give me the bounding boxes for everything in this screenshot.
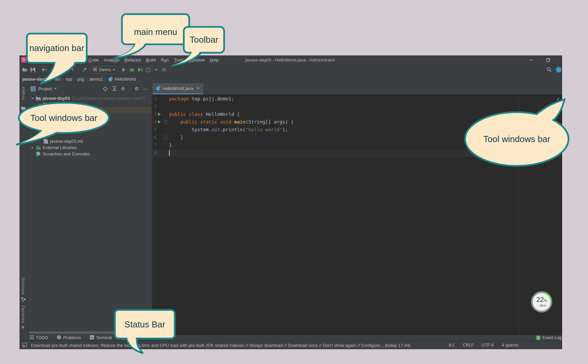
minimize-button[interactable]: [526, 55, 537, 64]
chevron-closed-icon[interactable]: ▸: [30, 146, 35, 149]
dropdown-caret-icon[interactable]: [69, 66, 77, 74]
code-text: package top.psjj.demo1;: [169, 95, 234, 103]
code-editor[interactable]: 1package top.psjj.demo1;23public class H…: [152, 94, 562, 335]
search-everywhere-icon[interactable]: [545, 66, 553, 74]
code-line[interactable]: 8: [152, 149, 562, 157]
progress-circle-widget[interactable]: 22% ↑ 0K/s: [530, 290, 553, 313]
breadcrumb-item[interactable]: src: [55, 77, 60, 82]
menu-item-analyze[interactable]: Analyze: [104, 57, 119, 62]
stripe-label-favorites[interactable]: Favorites: [21, 306, 25, 323]
class-icon: C: [108, 77, 113, 82]
save-all-icon[interactable]: [29, 66, 37, 74]
dropdown-caret-icon[interactable]: [152, 66, 160, 74]
breadcrumb-item[interactable]: javase-day03: [22, 77, 49, 82]
status-indent-style[interactable]: 4 spaces: [502, 343, 518, 348]
stripe-label-structure[interactable]: Structure: [21, 277, 25, 294]
tree-row[interactable]: javase-day03.iml: [28, 138, 152, 144]
code-line[interactable]: 2: [152, 103, 562, 110]
open-folder-icon[interactable]: [21, 66, 29, 74]
locate-icon[interactable]: [103, 86, 108, 91]
chevron-down-icon[interactable]: [54, 88, 57, 89]
breadcrumb-separator: ›: [104, 77, 107, 82]
code-line[interactable]: 6 }: [152, 134, 562, 141]
status-line-separator[interactable]: CRLF: [463, 343, 474, 348]
back-arrow-icon[interactable]: [41, 66, 49, 74]
run-gutter-icon[interactable]: [158, 120, 161, 124]
run-config-combo[interactable]: Demo: [90, 66, 118, 74]
run-play-icon[interactable]: [120, 66, 128, 74]
menu-item-build[interactable]: Build: [146, 57, 156, 62]
run-coverage-icon[interactable]: [136, 66, 144, 74]
code-line[interactable]: 5 System.out.println("hello world");: [152, 126, 562, 134]
project-tree: ▾javase-day03D:\java\idea-workspace\java…: [28, 94, 152, 330]
code-line[interactable]: 7}: [152, 141, 562, 149]
run-gutter-icon[interactable]: [158, 112, 161, 116]
code-line[interactable]: 4 public static void main(String[] args)…: [152, 118, 562, 126]
build-hammer-icon[interactable]: [80, 66, 88, 74]
toolwindow-button-profiler[interactable]: Profiler: [121, 335, 141, 341]
breadcrumb-item[interactable]: psjj: [77, 77, 84, 82]
toolwindow-button-todo[interactable]: TODO: [30, 335, 48, 340]
toolwindow-button-label: TODO: [36, 335, 48, 340]
tree-row[interactable]: [28, 107, 152, 113]
scrollbar-thumb[interactable]: [29, 331, 134, 334]
progress-percent: 22%: [530, 296, 553, 304]
toolbar: Demo: [19, 65, 562, 75]
toolwindow-button-label: Terminal: [96, 335, 112, 340]
chevron-closed-icon[interactable]: ▸: [37, 102, 43, 106]
menu-item-tools[interactable]: Tools: [174, 57, 184, 62]
profiler-icon[interactable]: [144, 66, 152, 74]
expand-all-icon[interactable]: [112, 86, 117, 91]
toolwindow-button-problems[interactable]: Problems: [57, 335, 81, 340]
menu-item-code[interactable]: Code: [88, 57, 99, 62]
fold-marker-icon[interactable]: [164, 136, 167, 140]
menu-item-refactor[interactable]: Refactor: [124, 57, 141, 62]
horizontal-scrollbar[interactable]: [28, 331, 152, 334]
gear-icon[interactable]: ⚙: [134, 86, 139, 91]
tree-row[interactable]: ▸External Libraries: [28, 144, 152, 151]
tree-row[interactable]: Scratches and Consoles: [28, 151, 152, 157]
todo-list-icon: [30, 335, 34, 340]
breadcrumb-item[interactable]: HelloWorld: [115, 77, 136, 82]
menu-item-window[interactable]: Window: [189, 57, 205, 62]
event-log-badge: 3: [536, 335, 541, 340]
main-content: Project Structure Favorites ★ Project: [19, 83, 562, 335]
status-caret-position[interactable]: 8:1: [449, 343, 455, 348]
callout-main-menu: main menu: [114, 14, 189, 58]
stripe-label-project[interactable]: Project: [21, 87, 25, 100]
hide-panel-icon[interactable]: —: [143, 86, 148, 91]
toolwindow-button-terminal[interactable]: Terminal: [90, 335, 112, 340]
update-available-icon[interactable]: ↑: [556, 67, 561, 73]
menu-item-help[interactable]: Help: [210, 57, 219, 62]
tree-row[interactable]: ▸.idea: [28, 101, 152, 107]
tab-helloworld[interactable]: C HelloWorld.java ✕: [153, 83, 203, 94]
stop-icon[interactable]: [160, 66, 168, 74]
tool-window-switcher-icon[interactable]: [22, 343, 27, 348]
debug-bug-icon[interactable]: [128, 66, 136, 74]
code-line[interactable]: 3public class HelloWorld {: [152, 110, 562, 118]
status-file-encoding[interactable]: UTF-8: [482, 343, 494, 348]
inspection-ok-icon[interactable]: ✓: [556, 96, 560, 101]
breadcrumb-item[interactable]: demo1: [89, 77, 103, 82]
breadcrumb-item[interactable]: top: [66, 77, 72, 82]
tree-item-path: D:\java\idea-workspace\javase-day03: [72, 96, 145, 101]
panel-divider[interactable]: [152, 83, 152, 335]
main-menu: CodeAnalyzeRefactorBuildRunToolsWindowHe…: [88, 55, 219, 64]
tool-windows-bar-left: Project Structure Favorites ★: [19, 83, 28, 335]
menu-item-run[interactable]: Run: [161, 57, 169, 62]
users-icon[interactable]: [60, 66, 69, 74]
fold-marker-icon[interactable]: [164, 120, 167, 124]
close-icon[interactable]: ✕: [197, 86, 200, 91]
toolbar-separator: [78, 67, 79, 73]
project-panel-title[interactable]: Project: [38, 86, 52, 91]
restore-button[interactable]: [542, 55, 554, 64]
tool-window-icon: [31, 86, 36, 91]
chevron-open-icon[interactable]: ▾: [30, 96, 35, 100]
collapse-all-icon[interactable]: [121, 87, 125, 91]
status-message[interactable]: Download pre-built shared indexes: Reduc…: [31, 343, 411, 348]
app-logo-icon: IJ: [21, 57, 27, 63]
event-log-widget[interactable]: 3 Event Log: [536, 335, 562, 340]
forward-arrow-icon[interactable]: [49, 66, 57, 74]
code-line[interactable]: 1package top.psjj.demo1;: [152, 95, 562, 103]
tree-row[interactable]: ▾javase-day03D:\java\idea-workspace\java…: [28, 95, 152, 101]
